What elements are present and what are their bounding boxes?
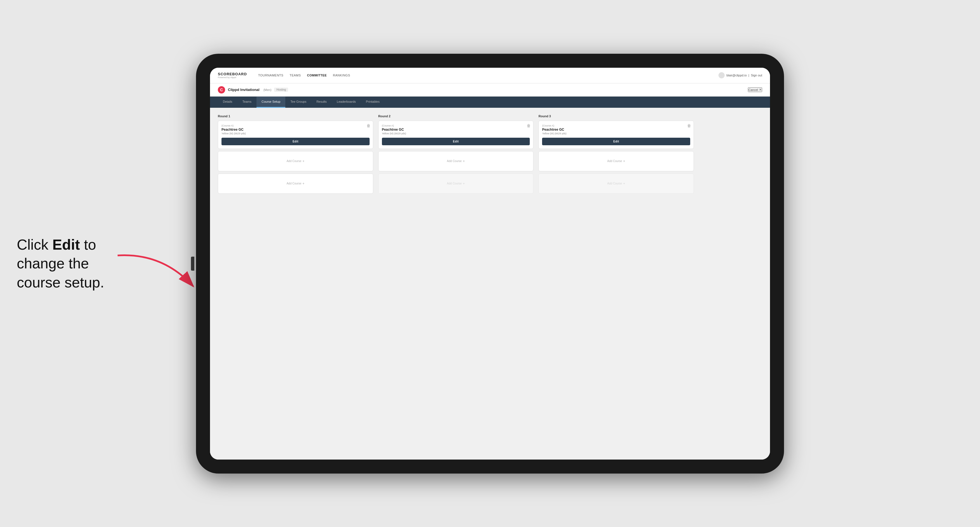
round-2-course-label: (Course A): [382, 124, 530, 127]
round-1-course-label: (Course A): [221, 124, 370, 127]
round-1-course-card: (Course A) Peachtree GC Yellow (M) (6629…: [218, 121, 373, 149]
round-2-add-course-plus-2: +: [463, 182, 465, 186]
tournament-name: Clippd Invitational: [228, 87, 259, 92]
annotation-text: Click Edit tochange thecourse setup.: [17, 235, 104, 292]
round-1-title: Round 1: [218, 114, 373, 118]
nav-rankings[interactable]: RANKINGS: [333, 74, 350, 77]
nav-tournaments[interactable]: TOURNAMENTS: [258, 74, 283, 77]
app-logo: SCOREBOARD Powered by clippd: [218, 72, 247, 79]
logo-scoreboard-text: SCOREBOARD: [218, 72, 247, 76]
round-1-add-course-plus-2: +: [302, 182, 304, 186]
user-email: blair@clippd.io: [726, 74, 746, 77]
round-3-delete-button[interactable]: 🗑: [687, 124, 691, 128]
nav-links: TOURNAMENTS TEAMS COMMITTEE RANKINGS: [258, 74, 710, 77]
tournament-info: C Clippd Invitational (Men) Hosting: [218, 86, 288, 94]
round-3-title: Round 3: [538, 114, 694, 118]
round-3-add-course-label-1: Add Course: [607, 160, 622, 163]
nav-user-area: blair@clippd.io | Sign out: [719, 72, 762, 78]
rounds-grid: Round 1 (Course A) Peachtree GC Yellow (…: [218, 114, 694, 196]
round-3-course-details: Yellow (M) (6629 yds): [542, 132, 690, 135]
tab-printables[interactable]: Printables: [361, 97, 385, 108]
round-3-edit-button[interactable]: Edit: [542, 138, 690, 145]
logo-powered-text: Powered by clippd: [218, 76, 247, 79]
round-2-course-details: Yellow (M) (6629 yds): [382, 132, 530, 135]
round-1-course-details: Yellow (M) (6629 yds): [221, 132, 370, 135]
delete-icon-2: 🗑: [527, 124, 531, 128]
tablet-screen: SCOREBOARD Powered by clippd TOURNAMENTS…: [210, 68, 770, 460]
round-2-delete-button[interactable]: 🗑: [527, 124, 531, 128]
round-2-course-card: (Course A) Peachtree GC Yellow (M) (6629…: [378, 121, 534, 149]
round-2-add-course-label-1: Add Course: [447, 160, 462, 163]
round-1-column: Round 1 (Course A) Peachtree GC Yellow (…: [218, 114, 373, 196]
round-2-column: Round 2 (Course A) Peachtree GC Yellow (…: [378, 114, 534, 196]
tab-results[interactable]: Results: [311, 97, 332, 108]
sub-tab-bar: Details Teams Course Setup Tee Groups Re…: [210, 97, 770, 108]
hosting-badge: Hosting: [274, 87, 288, 92]
tab-tee-groups[interactable]: Tee Groups: [285, 97, 311, 108]
round-1-add-course-2[interactable]: Add Course +: [218, 173, 373, 194]
clippd-logo: C: [218, 86, 225, 94]
round-2-add-course-1[interactable]: Add Course +: [378, 151, 534, 171]
annotation-bold: Edit: [52, 236, 80, 252]
round-1-course-card-wrapper: (Course A) Peachtree GC Yellow (M) (6629…: [218, 121, 373, 151]
tournament-bar: C Clippd Invitational (Men) Hosting Canc…: [210, 83, 770, 97]
tournament-gender: (Men): [264, 88, 272, 92]
round-2-course-name: Peachtree GC: [382, 128, 530, 132]
nav-committee[interactable]: COMMITTEE: [307, 74, 327, 77]
main-content: Round 1 (Course A) Peachtree GC Yellow (…: [210, 108, 770, 460]
round-3-add-course-1[interactable]: Add Course +: [538, 151, 694, 171]
tablet-side-button: [191, 257, 194, 271]
round-2-title: Round 2: [378, 114, 534, 118]
nav-separator: |: [748, 74, 749, 77]
tab-teams[interactable]: Teams: [237, 97, 256, 108]
delete-icon-3: 🗑: [687, 124, 691, 128]
round-1-add-course-label-1: Add Course: [286, 160, 301, 163]
cancel-x-icon: ✕: [759, 88, 762, 92]
user-avatar: [719, 72, 725, 78]
round-3-course-card-wrapper: (Course A) Peachtree GC Yellow (M) (6629…: [538, 121, 694, 151]
round-1-add-course-1[interactable]: Add Course +: [218, 151, 373, 171]
top-navigation: SCOREBOARD Powered by clippd TOURNAMENTS…: [210, 68, 770, 83]
round-2-add-course-label-2: Add Course: [447, 182, 462, 185]
round-2-course-card-wrapper: (Course A) Peachtree GC Yellow (M) (6629…: [378, 121, 534, 151]
round-3-course-card: (Course A) Peachtree GC Yellow (M) (6629…: [538, 121, 694, 149]
round-2-edit-button[interactable]: Edit: [382, 138, 530, 145]
sign-out-link[interactable]: Sign out: [751, 74, 762, 77]
round-1-add-course-label-2: Add Course: [286, 182, 301, 185]
round-2-add-course-plus-1: +: [463, 159, 465, 163]
round-1-add-course-plus-1: +: [302, 159, 304, 163]
tablet-device: SCOREBOARD Powered by clippd TOURNAMENTS…: [196, 54, 784, 473]
round-1-delete-button[interactable]: 🗑: [366, 124, 371, 128]
tab-course-setup[interactable]: Course Setup: [256, 97, 285, 108]
round-3-column: Round 3 (Course A) Peachtree GC Yellow (…: [538, 114, 694, 196]
round-3-add-course-2: Add Course +: [538, 173, 694, 194]
tab-leaderboards[interactable]: Leaderboards: [332, 97, 361, 108]
round-3-add-course-label-2: Add Course: [607, 182, 622, 185]
arrow-indicator: [112, 250, 202, 295]
round-3-course-label: (Course A): [542, 124, 690, 127]
round-1-course-name: Peachtree GC: [221, 128, 370, 132]
round-2-add-course-2: Add Course +: [378, 173, 534, 194]
round-3-add-course-plus-1: +: [623, 159, 625, 163]
delete-icon: 🗑: [366, 124, 371, 128]
tab-details[interactable]: Details: [218, 97, 237, 108]
round-1-edit-button[interactable]: Edit: [221, 138, 370, 145]
nav-teams[interactable]: TEAMS: [290, 74, 301, 77]
round-3-course-name: Peachtree GC: [542, 128, 690, 132]
round-3-add-course-plus-2: +: [623, 182, 625, 186]
cancel-button[interactable]: Cancel ✕: [748, 87, 762, 92]
